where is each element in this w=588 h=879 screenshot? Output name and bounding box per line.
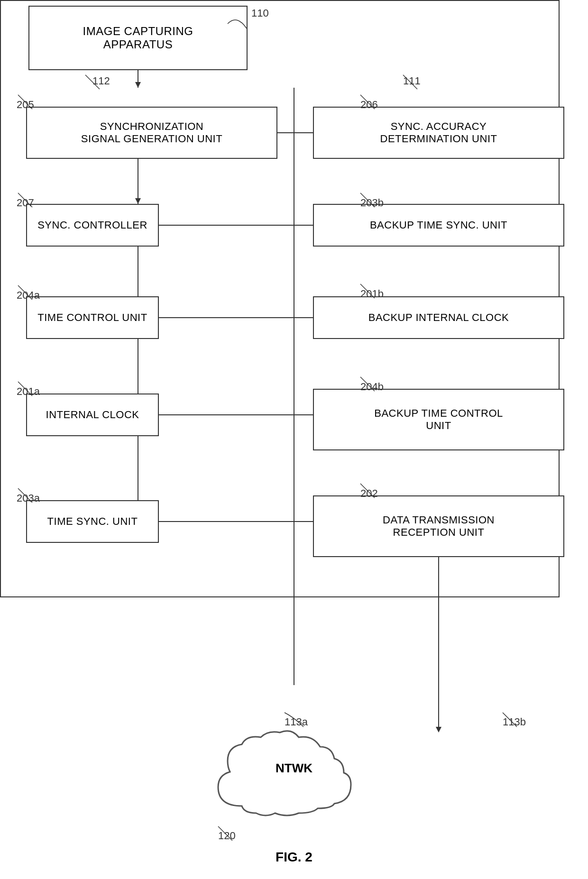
box-btsu-label: BACKUP TIME SYNC. UNIT	[370, 219, 507, 231]
ref-112: 112	[92, 75, 110, 87]
box-sync-controller: SYNC. CONTROLLER	[26, 204, 159, 247]
box-ica-label: IMAGE CAPTURING APPARATUS	[83, 25, 193, 51]
box-data-transmission-reception-unit: DATA TRANSMISSION RECEPTION UNIT	[313, 495, 564, 557]
box-time-control-unit: TIME CONTROL UNIT	[26, 296, 159, 339]
cloud-ntwk: NTWK	[204, 730, 384, 825]
ref-111: 111	[403, 75, 421, 87]
ref-201a: 201a	[17, 385, 40, 398]
ref-113b: 113b	[503, 716, 526, 728]
box-internal-clock: INTERNAL CLOCK	[26, 394, 159, 436]
diagram: IMAGE CAPTURING APPARATUS 110 112 111 SY…	[0, 0, 588, 879]
ref-204a: 204a	[17, 289, 40, 302]
ref-203b: 203b	[360, 197, 384, 209]
box-sync-signal-gen-unit: SYNCHRONIZATION SIGNAL GENERATION UNIT	[26, 107, 277, 159]
ntwk-cloud-svg	[204, 730, 384, 825]
box-tcu-label: TIME CONTROL UNIT	[37, 311, 147, 324]
ref-113a: 113a	[285, 716, 308, 728]
svg-marker-14	[436, 727, 441, 732]
box-ic-label: INTERNAL CLOCK	[46, 409, 139, 421]
ref-207: 207	[17, 197, 34, 209]
box-sc-label: SYNC. CONTROLLER	[37, 219, 147, 231]
ref-201b: 201b	[360, 288, 384, 300]
ref-120: 120	[218, 830, 236, 842]
fig-label: FIG. 2	[276, 850, 312, 865]
ref-204b: 204b	[360, 381, 384, 393]
box-time-sync-unit: TIME SYNC. UNIT	[26, 500, 159, 543]
ref-202: 202	[360, 487, 378, 500]
box-image-capturing-apparatus: IMAGE CAPTURING APPARATUS	[28, 6, 248, 70]
ref-110: 110	[251, 7, 269, 19]
box-btcu-label: BACKUP TIME CONTROL UNIT	[374, 407, 503, 432]
box-sync-accuracy-det-unit: SYNC. ACCURACY DETERMINATION UNIT	[313, 107, 564, 159]
ntwk-label: NTWK	[276, 761, 312, 776]
ref-205: 205	[17, 99, 34, 111]
ref-206: 206	[360, 99, 378, 111]
box-backup-internal-clock: BACKUP INTERNAL CLOCK	[313, 296, 564, 339]
box-dtru-label: DATA TRANSMISSION RECEPTION UNIT	[383, 514, 495, 539]
ref-203a: 203a	[17, 492, 40, 504]
box-tsu-label: TIME SYNC. UNIT	[47, 515, 138, 528]
box-ssgu-label: SYNCHRONIZATION SIGNAL GENERATION UNIT	[81, 120, 222, 145]
box-sadu-label: SYNC. ACCURACY DETERMINATION UNIT	[380, 120, 497, 145]
box-backup-time-control-unit: BACKUP TIME CONTROL UNIT	[313, 389, 564, 450]
box-bic-label: BACKUP INTERNAL CLOCK	[368, 311, 509, 324]
box-backup-time-sync-unit: BACKUP TIME SYNC. UNIT	[313, 204, 564, 247]
